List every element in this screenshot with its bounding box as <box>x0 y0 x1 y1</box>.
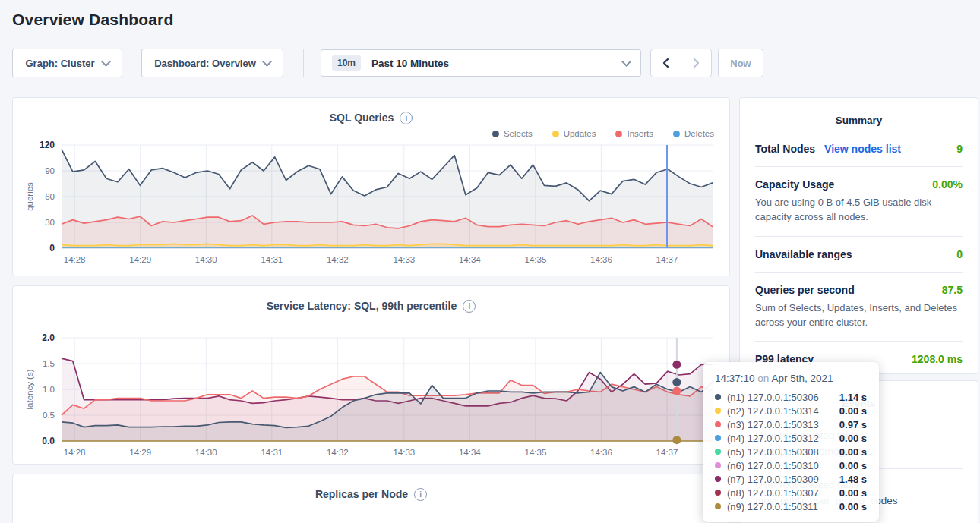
chevron-down-icon <box>101 57 111 67</box>
legend-dot-icon <box>552 131 559 137</box>
dashboard-dropdown[interactable]: Dashboard: Overview <box>141 49 283 77</box>
svg-text:14:30: 14:30 <box>195 448 217 457</box>
node-color-dot-icon <box>715 462 721 468</box>
legend-dot-icon <box>615 131 622 137</box>
sql-queries-title: SQL Queries <box>330 112 394 124</box>
queries-per-second-label: Queries per second <box>755 284 855 296</box>
legend-dot-icon <box>492 131 499 137</box>
node-address: (n8) 127.0.0.1:50307 <box>727 487 819 499</box>
now-button[interactable]: Now <box>718 49 763 77</box>
service-latency-title: Service Latency: SQL, 99th percentile <box>267 300 457 312</box>
page-title: Overview Dashboard <box>12 11 980 29</box>
node-address: (n5) 127.0.0.1:50308 <box>727 446 819 458</box>
node-address: (n1) 127.0.0.1:50306 <box>727 392 819 403</box>
node-address: (n4) 127.0.0.1:50312 <box>727 433 819 444</box>
legend-dot-icon <box>673 131 680 137</box>
tooltip-node-row: (n2) 127.0.0.1:50314 0.00 s <box>715 404 867 417</box>
svg-text:0: 0 <box>49 243 55 254</box>
chevron-right-icon <box>691 58 701 68</box>
node-latency-value: 0.00 s <box>839 460 867 471</box>
node-color-dot-icon <box>715 435 721 441</box>
divider <box>755 236 963 237</box>
view-nodes-list-link[interactable]: View nodes list <box>824 143 901 155</box>
node-address: (n9) 127.0.0.1:50311 <box>727 501 818 512</box>
svg-text:90: 90 <box>45 166 55 175</box>
sql-queries-panel: SQL Queries i Selects Updates <box>12 97 730 276</box>
service-latency-chart[interactable]: 0.00.51.01.52.014:2814:2914:3014:3114:32… <box>22 333 729 464</box>
capacity-usage-description: You are using 0 B of 4.5 GiB usable disk… <box>755 196 963 225</box>
node-color-dot-icon <box>715 476 721 482</box>
node-latency-value: 0.00 s <box>839 501 867 512</box>
legend-label: Updates <box>564 129 596 138</box>
svg-text:queries: queries <box>25 182 34 211</box>
svg-text:2.0: 2.0 <box>42 333 55 343</box>
svg-text:14:36: 14:36 <box>590 448 612 457</box>
next-time-button[interactable] <box>681 49 711 77</box>
svg-text:14:35: 14:35 <box>525 448 547 457</box>
tooltip-node-row: (n3) 127.0.0.1:50313 0.97 s <box>715 417 867 431</box>
svg-text:14:31: 14:31 <box>261 255 283 264</box>
legend-label: Deletes <box>684 129 714 138</box>
legend-item[interactable]: Inserts <box>615 128 653 139</box>
svg-text:14:28: 14:28 <box>64 448 86 457</box>
tooltip-node-rows: (n1) 127.0.0.1:50306 1.14 s (n2) 127.0.0… <box>715 390 867 513</box>
summary-title: Summary <box>755 115 963 126</box>
legend-item[interactable]: Deletes <box>673 128 714 139</box>
divider <box>755 341 963 342</box>
toolbar: Graph: Cluster Dashboard: Overview 10m P… <box>12 49 968 77</box>
info-icon[interactable]: i <box>414 488 427 501</box>
svg-text:14:31: 14:31 <box>261 448 283 457</box>
svg-text:0.5: 0.5 <box>43 411 55 420</box>
node-color-dot-icon <box>715 503 721 509</box>
svg-text:60: 60 <box>45 192 55 201</box>
legend-label: Selects <box>504 129 533 138</box>
chart-hover-tooltip: 14:37:10 on Apr 5th, 2021 (n1) 127.0.0.1… <box>703 362 879 522</box>
prev-time-button[interactable] <box>651 49 681 77</box>
tooltip-node-row: (n4) 127.0.0.1:50312 0.00 s <box>715 431 867 445</box>
node-latency-value: 1.48 s <box>839 474 867 485</box>
svg-text:30: 30 <box>45 218 55 227</box>
node-color-dot-icon <box>715 394 721 400</box>
svg-text:14:33: 14:33 <box>393 255 415 264</box>
svg-text:14:34: 14:34 <box>459 448 481 457</box>
charts-column: SQL Queries i Selects Updates <box>12 97 730 523</box>
replicas-per-node-panel: Replicas per Node i <box>12 474 730 523</box>
node-latency-value: 0.00 s <box>839 433 867 444</box>
svg-text:1.5: 1.5 <box>43 359 55 368</box>
time-step-buttons <box>650 49 712 77</box>
dashboard-dropdown-label: Dashboard: Overview <box>154 58 256 69</box>
svg-text:14:37: 14:37 <box>656 255 678 264</box>
tooltip-node-row: (n5) 127.0.0.1:50308 0.00 s <box>715 445 867 458</box>
replicas-per-node-title: Replicas per Node <box>315 488 408 500</box>
sql-queries-legend: Selects Updates Inserts Deletes <box>13 128 714 139</box>
node-color-dot-icon <box>715 408 721 414</box>
p99-latency-value: 1208.0 ms <box>912 353 963 365</box>
legend-item[interactable]: Updates <box>552 128 596 139</box>
queries-per-second-value: 87.5 <box>942 284 963 296</box>
time-range-dropdown[interactable]: 10m Past 10 Minutes <box>321 49 641 77</box>
tooltip-node-row: (n6) 127.0.0.1:50310 0.00 s <box>715 458 867 472</box>
svg-text:120: 120 <box>40 140 55 150</box>
queries-per-second-description: Sum of Selects, Updates, Inserts, and De… <box>755 301 963 330</box>
node-address: (n3) 127.0.0.1:50313 <box>727 419 819 430</box>
info-icon[interactable]: i <box>463 300 476 313</box>
svg-text:14:32: 14:32 <box>327 448 349 457</box>
capacity-usage-label: Capacity Usage <box>755 178 834 191</box>
legend-label: Inserts <box>627 129 653 138</box>
tooltip-node-row: (n7) 127.0.0.1:50309 1.48 s <box>715 472 867 486</box>
svg-text:latency (s): latency (s) <box>25 369 34 409</box>
info-icon[interactable]: i <box>400 112 413 124</box>
svg-text:14:28: 14:28 <box>64 255 86 264</box>
service-latency-panel: Service Latency: SQL, 99th percentile i … <box>12 285 730 465</box>
chevron-down-icon <box>262 57 272 67</box>
legend-item[interactable]: Selects <box>492 128 533 139</box>
time-range-label: Past 10 Minutes <box>371 58 623 69</box>
graph-dropdown[interactable]: Graph: Cluster <box>12 49 122 77</box>
graph-dropdown-label: Graph: Cluster <box>25 58 94 69</box>
divider <box>755 166 963 167</box>
unavailable-ranges-value: 0 <box>956 248 963 260</box>
svg-text:14:32: 14:32 <box>327 255 349 264</box>
toolbar-divider <box>303 49 304 77</box>
node-address: (n2) 127.0.0.1:50314 <box>727 405 819 417</box>
sql-queries-chart[interactable]: 030609012014:2814:2914:3014:3114:3214:33… <box>22 140 729 271</box>
